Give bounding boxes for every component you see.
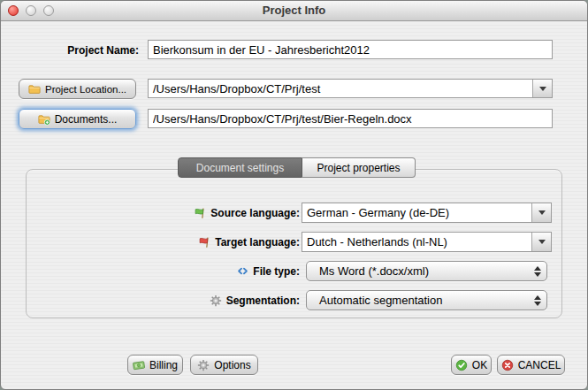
file-type-value: Ms Word (*.docx/xml) [307, 264, 529, 278]
cancel-button[interactable]: CANCEL [497, 355, 565, 375]
check-circle-icon [455, 359, 468, 371]
chevron-down-icon [539, 87, 546, 91]
segmentation-label-row: Segmentation: [123, 290, 300, 310]
code-brackets-icon [237, 265, 248, 277]
segmentation-value: Automatic segmentation [307, 294, 529, 307]
location-dropdown-button[interactable] [532, 80, 552, 97]
billing-button-label: Billing [149, 359, 178, 371]
project-location-value: /Users/Hans/Dropbox/CT/Prj/test [149, 80, 532, 97]
green-flag-icon [194, 207, 206, 219]
options-button[interactable]: Options [190, 355, 258, 375]
options-button-label: Options [214, 359, 250, 371]
file-type-popup[interactable]: Ms Word (*.docx/xml) [306, 261, 547, 281]
segmentation-popup[interactable]: Automatic segmentation [306, 290, 547, 310]
target-language-label: Target language: [215, 236, 300, 249]
titlebar: Project Info [1, 1, 587, 21]
project-name-label: Project Name: [1, 44, 139, 57]
segmentation-label: Segmentation: [226, 294, 300, 307]
gear-icon [197, 359, 210, 371]
gear-icon [210, 294, 222, 307]
folder-add-icon [38, 113, 50, 126]
file-type-label: File type: [253, 265, 300, 278]
cancel-button-label: CANCEL [518, 359, 561, 371]
up-down-arrows-icon [529, 266, 546, 277]
zoom-button[interactable] [43, 5, 54, 16]
ok-button-label: OK [472, 359, 487, 371]
project-location-button[interactable]: Project Location... [19, 79, 136, 99]
minimize-button[interactable] [26, 5, 36, 16]
tab-bar: Document settings Project properties [178, 157, 416, 178]
project-name-input[interactable] [148, 40, 553, 59]
project-info-dialog: Project Info Project Name: Project Locat… [0, 0, 588, 390]
source-language-label: Source language: [210, 207, 300, 219]
target-language-label-row: Target language: [123, 232, 300, 252]
red-flag-icon [198, 236, 210, 249]
target-language-combobox[interactable]: Dutch - Netherlands (nl-NL) [302, 232, 552, 252]
x-circle-icon [501, 359, 514, 371]
money-icon [133, 359, 145, 371]
window-title: Project Info [1, 1, 587, 20]
source-language-combobox[interactable]: German - Germany (de-DE) [302, 203, 552, 223]
chevron-down-icon [538, 210, 546, 215]
documents-button-label: Documents... [55, 113, 118, 126]
billing-button[interactable]: Billing [127, 355, 183, 375]
documents-button[interactable]: Documents... [19, 109, 136, 129]
ok-button[interactable]: OK [451, 355, 492, 375]
source-language-dropdown-button[interactable] [531, 203, 551, 222]
up-down-arrows-icon [529, 295, 546, 306]
documents-input[interactable] [148, 109, 553, 128]
chevron-down-icon [538, 240, 546, 244]
folder-icon [28, 83, 41, 96]
file-type-label-row: File type: [123, 261, 300, 281]
tab-project-properties[interactable]: Project properties [302, 157, 416, 178]
project-location-combobox[interactable]: /Users/Hans/Dropbox/CT/Prj/test [148, 79, 553, 98]
target-language-value: Dutch - Netherlands (nl-NL) [302, 233, 531, 251]
target-language-dropdown-button[interactable] [531, 233, 551, 251]
source-language-value: German - Germany (de-DE) [302, 203, 531, 222]
source-language-label-row: Source language: [123, 203, 300, 223]
close-button[interactable] [8, 5, 19, 16]
tab-document-settings[interactable]: Document settings [178, 157, 302, 178]
project-location-button-label: Project Location... [45, 84, 126, 95]
